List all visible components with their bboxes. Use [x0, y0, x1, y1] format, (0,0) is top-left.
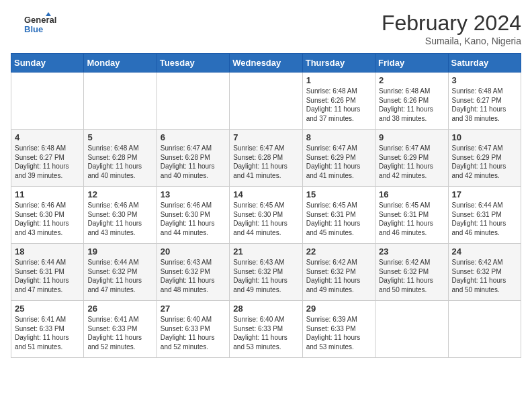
day-info: Sunrise: 6:48 AMSunset: 6:26 PMDaylight:… — [379, 87, 444, 123]
header-wednesday: Wednesday — [230, 54, 302, 73]
calendar-cell: 19Sunrise: 6:44 AMSunset: 6:32 PMDayligh… — [84, 244, 157, 301]
calendar-subtitle: Sumaila, Kano, Nigeria — [382, 36, 521, 46]
calendar-cell: 1Sunrise: 6:48 AMSunset: 6:26 PMDaylight… — [302, 73, 375, 130]
calendar-cell — [230, 73, 302, 130]
day-number: 15 — [306, 189, 371, 199]
day-info: Sunrise: 6:42 AMSunset: 6:32 PMDaylight:… — [379, 258, 444, 294]
day-info: Sunrise: 6:40 AMSunset: 6:33 PMDaylight:… — [233, 315, 298, 351]
day-info: Sunrise: 6:45 AMSunset: 6:31 PMDaylight:… — [306, 201, 371, 237]
calendar-cell: 11Sunrise: 6:46 AMSunset: 6:30 PMDayligh… — [11, 187, 84, 244]
day-number: 6 — [161, 132, 226, 142]
calendar-cell: 9Sunrise: 6:47 AMSunset: 6:29 PMDaylight… — [375, 130, 448, 187]
days-header-row: Sunday Monday Tuesday Wednesday Thursday… — [11, 54, 521, 73]
calendar-cell: 25Sunrise: 6:41 AMSunset: 6:33 PMDayligh… — [11, 301, 84, 358]
calendar-cell: 6Sunrise: 6:47 AMSunset: 6:28 PMDaylight… — [157, 130, 229, 187]
day-info: Sunrise: 6:42 AMSunset: 6:32 PMDaylight:… — [452, 258, 517, 294]
day-number: 8 — [306, 132, 371, 142]
calendar-cell: 3Sunrise: 6:48 AMSunset: 6:27 PMDaylight… — [448, 73, 521, 130]
logo: General Blue — [11, 11, 64, 38]
day-number: 28 — [233, 304, 298, 314]
day-info: Sunrise: 6:41 AMSunset: 6:33 PMDaylight:… — [87, 315, 152, 351]
week-row-1: 1Sunrise: 6:48 AMSunset: 6:26 PMDaylight… — [11, 73, 521, 130]
day-info: Sunrise: 6:44 AMSunset: 6:31 PMDaylight:… — [452, 201, 517, 237]
svg-text:General: General — [24, 15, 56, 25]
calendar-title: February 2024 — [382, 11, 521, 36]
calendar-cell — [448, 301, 521, 358]
calendar-cell — [84, 73, 157, 130]
day-info: Sunrise: 6:44 AMSunset: 6:32 PMDaylight:… — [87, 258, 152, 294]
header-friday: Friday — [375, 54, 448, 73]
calendar-cell — [375, 301, 448, 358]
week-row-4: 18Sunrise: 6:44 AMSunset: 6:31 PMDayligh… — [11, 244, 521, 301]
day-info: Sunrise: 6:45 AMSunset: 6:30 PMDaylight:… — [233, 201, 298, 237]
day-info: Sunrise: 6:48 AMSunset: 6:27 PMDaylight:… — [452, 87, 517, 123]
calendar-cell: 26Sunrise: 6:41 AMSunset: 6:33 PMDayligh… — [84, 301, 157, 358]
day-number: 18 — [15, 246, 80, 257]
day-number: 29 — [306, 304, 371, 314]
day-number: 3 — [452, 75, 517, 85]
day-number: 23 — [379, 246, 444, 257]
day-number: 26 — [87, 304, 152, 314]
day-info: Sunrise: 6:46 AMSunset: 6:30 PMDaylight:… — [161, 201, 226, 237]
day-number: 16 — [379, 189, 444, 199]
logo-icon: General Blue — [11, 11, 64, 38]
day-number: 9 — [379, 132, 444, 142]
week-row-3: 11Sunrise: 6:46 AMSunset: 6:30 PMDayligh… — [11, 187, 521, 244]
day-info: Sunrise: 6:47 AMSunset: 6:28 PMDaylight:… — [161, 144, 226, 180]
day-number: 17 — [452, 189, 517, 199]
header-thursday: Thursday — [302, 54, 375, 73]
day-info: Sunrise: 6:39 AMSunset: 6:33 PMDaylight:… — [306, 315, 371, 351]
calendar-cell: 28Sunrise: 6:40 AMSunset: 6:33 PMDayligh… — [230, 301, 302, 358]
day-number: 2 — [379, 75, 444, 85]
header-monday: Monday — [84, 54, 157, 73]
day-number: 27 — [161, 304, 226, 314]
header-tuesday: Tuesday — [157, 54, 229, 73]
calendar-cell: 29Sunrise: 6:39 AMSunset: 6:33 PMDayligh… — [302, 301, 375, 358]
calendar-cell: 10Sunrise: 6:47 AMSunset: 6:29 PMDayligh… — [448, 130, 521, 187]
day-number: 14 — [233, 189, 298, 199]
calendar-cell: 20Sunrise: 6:43 AMSunset: 6:32 PMDayligh… — [157, 244, 229, 301]
calendar-cell: 16Sunrise: 6:45 AMSunset: 6:31 PMDayligh… — [375, 187, 448, 244]
day-number: 12 — [87, 189, 152, 199]
header: General Blue February 2024 Sumaila, Kano… — [11, 11, 521, 46]
day-number: 19 — [87, 246, 152, 257]
calendar-cell: 15Sunrise: 6:45 AMSunset: 6:31 PMDayligh… — [302, 187, 375, 244]
header-sunday: Sunday — [11, 54, 84, 73]
calendar-cell: 4Sunrise: 6:48 AMSunset: 6:27 PMDaylight… — [11, 130, 84, 187]
day-info: Sunrise: 6:44 AMSunset: 6:31 PMDaylight:… — [15, 258, 80, 294]
day-info: Sunrise: 6:46 AMSunset: 6:30 PMDaylight:… — [15, 201, 80, 237]
header-saturday: Saturday — [448, 54, 521, 73]
calendar-cell: 13Sunrise: 6:46 AMSunset: 6:30 PMDayligh… — [157, 187, 229, 244]
calendar-cell: 23Sunrise: 6:42 AMSunset: 6:32 PMDayligh… — [375, 244, 448, 301]
day-number: 13 — [161, 189, 226, 199]
day-info: Sunrise: 6:48 AMSunset: 6:28 PMDaylight:… — [87, 144, 152, 180]
day-info: Sunrise: 6:45 AMSunset: 6:31 PMDaylight:… — [379, 201, 444, 237]
calendar-cell: 24Sunrise: 6:42 AMSunset: 6:32 PMDayligh… — [448, 244, 521, 301]
calendar-cell: 7Sunrise: 6:47 AMSunset: 6:28 PMDaylight… — [230, 130, 302, 187]
calendar-cell: 12Sunrise: 6:46 AMSunset: 6:30 PMDayligh… — [84, 187, 157, 244]
calendar-cell — [11, 73, 84, 130]
day-info: Sunrise: 6:47 AMSunset: 6:29 PMDaylight:… — [379, 144, 444, 180]
day-info: Sunrise: 6:42 AMSunset: 6:32 PMDaylight:… — [306, 258, 371, 294]
calendar-cell: 5Sunrise: 6:48 AMSunset: 6:28 PMDaylight… — [84, 130, 157, 187]
calendar-cell — [157, 73, 229, 130]
calendar-cell: 22Sunrise: 6:42 AMSunset: 6:32 PMDayligh… — [302, 244, 375, 301]
day-info: Sunrise: 6:48 AMSunset: 6:27 PMDaylight:… — [15, 144, 80, 180]
day-info: Sunrise: 6:47 AMSunset: 6:28 PMDaylight:… — [233, 144, 298, 180]
day-number: 20 — [161, 246, 226, 257]
day-number: 7 — [233, 132, 298, 142]
day-info: Sunrise: 6:43 AMSunset: 6:32 PMDaylight:… — [233, 258, 298, 294]
day-number: 22 — [306, 246, 371, 257]
day-number: 10 — [452, 132, 517, 142]
calendar-cell: 27Sunrise: 6:40 AMSunset: 6:33 PMDayligh… — [157, 301, 229, 358]
week-row-2: 4Sunrise: 6:48 AMSunset: 6:27 PMDaylight… — [11, 130, 521, 187]
day-number: 4 — [15, 132, 80, 142]
day-number: 1 — [306, 75, 371, 85]
calendar-cell: 2Sunrise: 6:48 AMSunset: 6:26 PMDaylight… — [375, 73, 448, 130]
day-info: Sunrise: 6:46 AMSunset: 6:30 PMDaylight:… — [87, 201, 152, 237]
calendar-cell: 14Sunrise: 6:45 AMSunset: 6:30 PMDayligh… — [230, 187, 302, 244]
title-area: February 2024 Sumaila, Kano, Nigeria — [382, 11, 521, 46]
day-number: 21 — [233, 246, 298, 257]
calendar-cell: 17Sunrise: 6:44 AMSunset: 6:31 PMDayligh… — [448, 187, 521, 244]
day-info: Sunrise: 6:41 AMSunset: 6:33 PMDaylight:… — [15, 315, 80, 351]
